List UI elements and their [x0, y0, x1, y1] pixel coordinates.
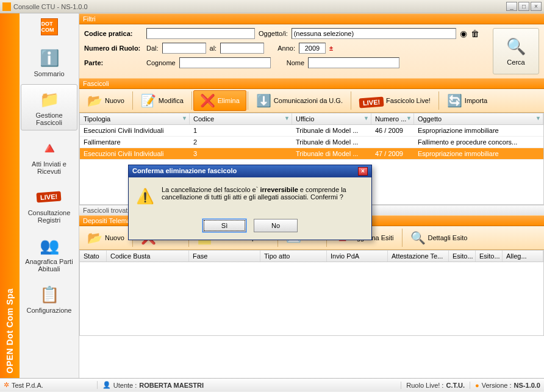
- fascicoli-header: Fascicoli: [79, 78, 544, 89]
- fascicoli-modifica-button[interactable]: 📝Modifica: [134, 90, 190, 111]
- cognome-input[interactable]: [179, 57, 271, 68]
- col-esito1[interactable]: Esito...: [449, 251, 476, 262]
- app-icon: [2, 2, 11, 11]
- minimize-button[interactable]: _: [506, 2, 517, 11]
- nome-label: Nome: [287, 59, 304, 66]
- dialog-no-button[interactable]: No: [254, 219, 298, 232]
- version-dot-icon: ●: [475, 382, 479, 389]
- col-oggetto[interactable]: Oggetto▼: [414, 113, 543, 124]
- filter-icon[interactable]: ▼: [535, 115, 541, 121]
- dialog-title: Conferma eliminazione fascicolo: [132, 167, 237, 176]
- sidebar-item-label: Sommario: [34, 70, 64, 77]
- sidebar-item-label: Atti Inviati e Ricevuti: [23, 160, 76, 175]
- col-esito2[interactable]: Esito...: [476, 251, 503, 262]
- codice-pratica-label: Codice pratica:: [84, 30, 143, 37]
- ruolo-al-input[interactable]: [220, 43, 264, 54]
- parte-label: Parte:: [84, 59, 143, 66]
- close-button[interactable]: ×: [531, 2, 542, 11]
- anno-spinner-icon[interactable]: ±: [329, 45, 333, 52]
- col-ufficio[interactable]: Ufficio▼: [292, 113, 371, 124]
- cerca-button[interactable]: 🔍 Cerca: [493, 28, 539, 74]
- edit-icon: 📝: [141, 93, 156, 108]
- filter-icon[interactable]: ▼: [182, 115, 187, 121]
- sidebar-item-atti[interactable]: 🔺 Atti Inviati e Ricevuti: [21, 133, 77, 179]
- sidebar-item-sommario[interactable]: ℹ️ Sommario: [21, 43, 77, 82]
- al-label: al:: [210, 45, 217, 52]
- depositi-table: Stato Codice Busta Fase Tipo atto Invio …: [79, 250, 544, 336]
- depositi-dettagli-button[interactable]: 🔍Dettagli Esito: [404, 227, 474, 248]
- fascicoli-live-button[interactable]: LIVE!Fascicolo Live!: [353, 91, 437, 111]
- maximize-button[interactable]: □: [518, 2, 529, 11]
- fascicoli-toolbar: 📂Nuovo 📝Modifica ❌Elimina ⬇️Comunicazion…: [79, 89, 544, 113]
- dialog-title-bar: Conferma eliminazione fascicolo ×: [129, 165, 371, 177]
- sidebar-item-gestione-fascicoli[interactable]: 📁 Gestione Fascicoli: [21, 84, 77, 130]
- status-bar: ✲ Test P.d.A. 👤 Utente : ROBERTA MAESTRI…: [0, 378, 544, 391]
- table-row[interactable]: Esecuzioni Civili Individuali 3 Tribunal…: [80, 148, 543, 160]
- filter-icon[interactable]: ▼: [406, 115, 412, 121]
- sidebar: DOT COM ℹ️ Sommario 📁 Gestione Fascicoli…: [20, 13, 79, 378]
- oggetto-input[interactable]: [292, 28, 456, 39]
- versione-label: Versione :: [482, 382, 512, 389]
- sidebar-item-configurazione[interactable]: 📋 Configurazione: [21, 279, 77, 318]
- filter-icon[interactable]: ▼: [284, 115, 290, 121]
- col-allegati[interactable]: Alleg...: [503, 251, 543, 262]
- depositi-nuovo-button[interactable]: 📂Nuovo: [81, 227, 131, 248]
- delete-icon: ❌: [200, 93, 215, 108]
- fascicoli-elimina-button[interactable]: ❌Elimina: [193, 90, 246, 111]
- fascicoli-table-header: Tipologia▼ Codice▼ Ufficio▼ Numero ...▼ …: [80, 113, 543, 125]
- live-badge-icon: LIVE!: [359, 94, 384, 108]
- col-attestazione[interactable]: Attestazione Te...: [388, 251, 449, 262]
- filter-icon[interactable]: ▼: [363, 115, 369, 121]
- ruolo-value: C.T.U.: [446, 382, 465, 389]
- col-codice-busta[interactable]: Codice Busta: [107, 251, 189, 262]
- settings-icon: 📋: [37, 283, 62, 305]
- col-fase[interactable]: Fase: [189, 251, 260, 262]
- dialog-close-button[interactable]: ×: [358, 167, 368, 176]
- brand-strip: OPEN Dot Com Spa: [0, 13, 20, 378]
- sidebar-item-label: Configurazione: [27, 307, 72, 314]
- anno-label: Anno:: [277, 45, 295, 52]
- dal-label: Dal:: [146, 45, 159, 52]
- brand-vertical-text: OPEN Dot Com Spa: [5, 283, 15, 378]
- filters-header: Filtri: [79, 13, 544, 24]
- fascicoli-importa-button[interactable]: 🔄Importa: [440, 90, 494, 111]
- sidebar-item-anagrafica[interactable]: 👥 Anagrafica Parti Abituali: [21, 230, 77, 277]
- depositi-table-header: Stato Codice Busta Fase Tipo atto Invio …: [80, 251, 543, 262]
- col-tipologia[interactable]: Tipologia▼: [80, 113, 190, 124]
- warning-icon: ⚠️: [136, 186, 154, 207]
- user-icon: 👤: [102, 381, 111, 389]
- nome-input[interactable]: [308, 57, 399, 68]
- new-folder-icon: 📂: [87, 230, 102, 245]
- depositi-empty-body: [80, 262, 543, 335]
- versione-value: NS-1.0.0: [514, 382, 540, 389]
- sidebar-item-label: Anagrafica Parti Abituali: [23, 258, 76, 273]
- numero-ruolo-label: Numero di Ruolo:: [84, 45, 143, 52]
- fascicoli-nuovo-button[interactable]: 📂Nuovo: [81, 90, 131, 111]
- codice-pratica-input[interactable]: [146, 28, 255, 39]
- sidebar-item-consultazione[interactable]: LIVE! Consultazione Registri: [21, 182, 77, 228]
- utente-label: Utente :: [113, 382, 137, 389]
- col-codice[interactable]: Codice▼: [190, 113, 292, 124]
- col-invio-pda[interactable]: Invio PdA: [327, 251, 388, 262]
- cognome-label: Cognome: [146, 59, 176, 66]
- dialog-message: La cancellazione del fascicolo e` irreve…: [162, 186, 364, 207]
- oggetto-clear-icon[interactable]: 🗑: [471, 29, 479, 38]
- filters-panel: Codice pratica: Oggetto/i: ◉ 🗑 Numero di…: [79, 24, 544, 78]
- table-row[interactable]: Esecuzioni Civili Individuali 1 Tribunal…: [80, 125, 543, 137]
- col-tipo-atto[interactable]: Tipo atto: [260, 251, 327, 262]
- table-row[interactable]: Fallimentare 2 Tribunale di Model ... Fa…: [80, 137, 543, 148]
- ruolo-label: Ruolo Live! :: [406, 382, 443, 389]
- title-bar: Consolle CTU - NS-1.0.0 _ □ ×: [0, 0, 544, 13]
- sidebar-item-label: Consultazione Registri: [23, 209, 76, 224]
- dialog-yes-button[interactable]: Sì: [202, 219, 246, 232]
- col-stato[interactable]: Stato: [80, 251, 107, 262]
- col-numero[interactable]: Numero ...▼: [371, 113, 414, 124]
- anno-input[interactable]: [299, 43, 326, 54]
- ruolo-dal-input[interactable]: [162, 43, 206, 54]
- sidebar-item-label: Gestione Fascicoli: [23, 112, 76, 126]
- import-icon: 🔄: [447, 93, 462, 108]
- details-icon: 🔍: [410, 230, 426, 245]
- exchange-icon: 🔺: [37, 137, 62, 159]
- oggetto-dropdown-icon[interactable]: ◉: [460, 29, 467, 38]
- fascicoli-comunicazioni-button[interactable]: ⬇️Comunicazioni da U.G.: [249, 90, 349, 111]
